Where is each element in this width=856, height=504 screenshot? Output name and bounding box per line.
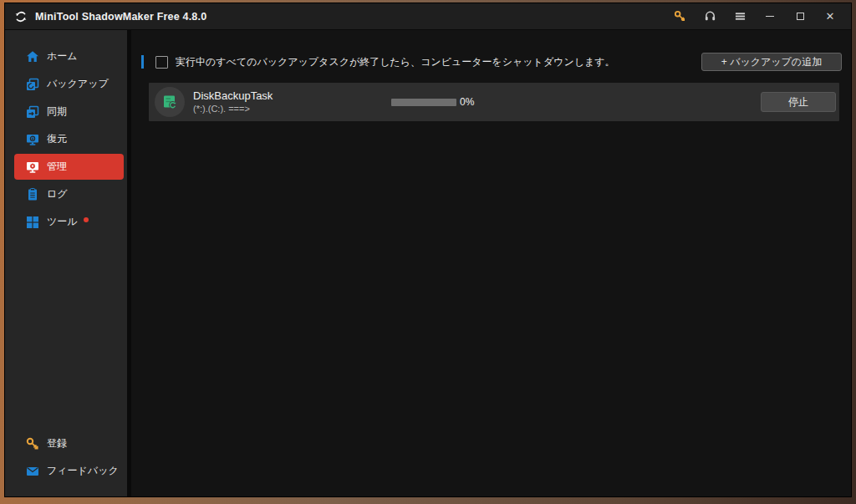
titlebar: MiniTool ShadowMaker Free 4.8.0 [5,3,851,30]
sidebar-item-register[interactable]: 登録 [5,430,124,457]
task-progress: 0% [391,96,474,108]
maximize-button[interactable] [787,7,813,27]
sidebar-item-label: フィードバック [47,464,119,478]
sidebar-item-label: バックアップ [47,77,109,91]
desktop-background: MiniTool ShadowMaker Free 4.8.0 [0,0,856,504]
log-icon [26,188,39,201]
sidebar: ホーム バックアップ [5,30,127,496]
app-window: MiniTool ShadowMaker Free 4.8.0 [4,3,852,497]
sidebar-item-label: ホーム [47,49,78,64]
sidebar-item-label: 復元 [47,132,67,146]
sidebar-item-label: 同期 [47,104,67,119]
close-button[interactable]: ✕ [818,7,843,27]
minimize-button[interactable] [757,7,782,27]
shutdown-option-row: 実行中のすべてのバックアップタスクが終了したら、コンピューターをシャットダウンし… [141,53,615,71]
progress-percent-label: 0% [460,96,474,108]
shutdown-checkbox-label: 実行中のすべてのバックアップタスクが終了したら、コンピューターをシャットダウンし… [176,55,615,69]
sidebar-item-label: 登録 [47,436,67,451]
manage-icon [26,160,39,174]
tools-notification-dot [84,217,89,222]
register-key-icon[interactable] [667,7,692,27]
sidebar-item-restore[interactable]: 復元 [5,125,124,153]
sidebar-item-home[interactable]: ホーム [5,43,124,70]
sidebar-item-backup[interactable]: バックアップ [5,70,124,98]
sidebar-item-label: 管理 [47,160,67,174]
backup-task-row: DiskBackupTask (*:).(C:). ===> 0% 停止 [149,83,839,121]
task-name: DiskBackupTask [193,89,373,103]
backup-icon [26,78,39,91]
add-backup-button[interactable]: + バックアップの追加 [701,53,842,71]
sidebar-item-manage[interactable]: 管理 [14,154,124,180]
task-avatar [155,87,185,117]
sidebar-item-label: ログ [47,187,68,201]
window-title: MiniTool ShadowMaker Free 4.8.0 [35,11,206,23]
support-headset-icon[interactable] [697,7,722,27]
app-logo-icon [13,9,28,24]
key-icon [26,437,39,451]
shutdown-checkbox[interactable] [155,56,168,69]
tools-icon [26,216,39,229]
sidebar-item-feedback[interactable]: フィードバック [5,457,124,485]
main-content: 実行中のすべてのバックアップタスクが終了したら、コンピューターをシャットダウンし… [131,30,851,496]
progress-track [391,99,456,106]
menu-icon[interactable] [727,7,752,27]
sidebar-item-tools[interactable]: ツール [5,208,124,236]
sidebar-item-sync[interactable]: 同期 [5,98,124,125]
disk-backup-icon [161,94,178,110]
task-source: (*:).(C:). ===> [193,103,373,115]
sidebar-item-label: ツール [47,215,78,229]
home-icon [26,50,39,64]
restore-icon [26,133,39,146]
sidebar-item-log[interactable]: ログ [5,181,124,208]
stop-button[interactable]: 停止 [761,92,836,112]
mail-icon [26,465,39,478]
sync-icon [26,105,39,119]
section-accent-bar [141,55,144,69]
